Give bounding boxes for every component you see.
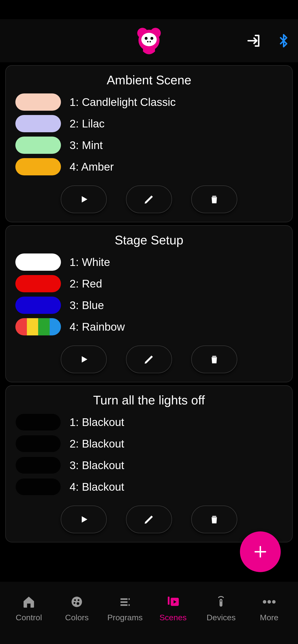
delete-button[interactable]: [191, 506, 237, 533]
nav-item-devices[interactable]: Devices: [199, 594, 243, 622]
svg-point-22: [263, 600, 266, 604]
color-swatch: [15, 275, 61, 292]
palette-icon: [70, 594, 84, 610]
svg-point-4: [145, 37, 147, 40]
trash-icon: [209, 513, 220, 526]
scene-row[interactable]: 1: Blackout: [15, 414, 283, 431]
scene-row-label: 3: Blue: [70, 299, 104, 312]
play-button[interactable]: [61, 186, 107, 213]
svg-point-5: [151, 37, 153, 40]
scene-row-label: 4: Blackout: [70, 480, 124, 493]
svg-rect-18: [168, 596, 169, 605]
scene-row[interactable]: 1: Candlelight Classic: [15, 94, 283, 111]
bluetooth-icon[interactable]: [276, 32, 291, 49]
play-icon: [79, 514, 89, 525]
scene-row-label: 2: Red: [70, 277, 102, 290]
svg-rect-17: [128, 604, 129, 606]
nav-item-colors[interactable]: Colors: [55, 594, 98, 622]
svg-point-21: [221, 600, 222, 601]
scene-row[interactable]: 3: Blue: [15, 296, 283, 314]
trash-icon: [209, 353, 220, 366]
svg-point-8: [72, 596, 82, 607]
svg-point-3: [141, 33, 157, 46]
scene-title: Stage Setup: [15, 233, 283, 247]
color-swatch: [15, 254, 61, 271]
import-icon[interactable]: [246, 33, 262, 49]
scene-row-label: 2: Blackout: [70, 437, 124, 450]
add-scene-fab[interactable]: [240, 532, 281, 572]
svg-point-23: [267, 600, 271, 604]
scene-row-label: 3: Mint: [70, 139, 103, 152]
scene-row-label: 4: Rainbow: [70, 320, 125, 333]
svg-point-10: [78, 599, 80, 601]
scenes-icon: [166, 594, 181, 610]
pencil-icon: [143, 354, 155, 365]
svg-point-12: [77, 602, 80, 605]
scene-row[interactable]: 3: Blackout: [15, 457, 283, 474]
delete-button[interactable]: [191, 346, 237, 373]
color-swatch: [15, 158, 61, 176]
color-swatch: [15, 478, 61, 496]
scene-row-label: 2: Lilac: [70, 117, 105, 130]
svg-rect-16: [128, 598, 129, 600]
color-swatch: [15, 94, 61, 111]
nav-label: Colors: [65, 613, 89, 622]
play-icon: [79, 354, 89, 365]
scene-row-label: 1: Blackout: [70, 416, 124, 428]
nav-item-control[interactable]: Control: [7, 594, 50, 622]
scene-title: Turn all the lights off: [15, 393, 283, 407]
color-swatch: [15, 414, 61, 431]
nav-item-more[interactable]: More: [248, 594, 291, 622]
color-swatch: [15, 435, 61, 452]
svg-point-9: [74, 599, 76, 601]
status-bar: [0, 0, 298, 19]
nav-item-scenes[interactable]: Scenes: [152, 594, 195, 622]
color-swatch: [15, 136, 61, 154]
scene-row-label: 1: White: [70, 256, 110, 268]
scene-card: Turn all the lights off1: Blackout2: Bla…: [5, 385, 293, 542]
trash-icon: [209, 193, 220, 206]
svg-rect-15: [120, 604, 127, 606]
svg-rect-13: [120, 598, 127, 600]
bottom-nav: ControlColorsProgramsScenesDevicesMore: [0, 582, 298, 644]
play-button[interactable]: [61, 506, 107, 533]
scene-card: Ambient Scene1: Candlelight Classic2: Li…: [5, 65, 293, 222]
scene-row[interactable]: 4: Amber: [15, 158, 283, 176]
scene-row[interactable]: 2: Blackout: [15, 435, 283, 452]
remote-icon: [215, 594, 227, 610]
play-icon: [79, 194, 89, 204]
nav-item-programs[interactable]: Programs: [103, 594, 146, 622]
scene-card: Stage Setup1: White2: Red3: Blue4: Rainb…: [5, 225, 293, 382]
pencil-icon: [143, 194, 155, 205]
delete-button[interactable]: [191, 186, 237, 213]
color-swatch: [15, 457, 61, 474]
app-logo: [135, 26, 163, 55]
pencil-icon: [143, 514, 155, 525]
play-button[interactable]: [61, 346, 107, 373]
dots-icon: [262, 594, 276, 610]
edit-button[interactable]: [126, 346, 172, 373]
home-icon: [22, 594, 36, 610]
svg-rect-20: [220, 599, 222, 606]
edit-button[interactable]: [126, 506, 172, 533]
scene-row[interactable]: 2: Lilac: [15, 115, 283, 132]
scene-row[interactable]: 2: Red: [15, 275, 283, 292]
edit-button[interactable]: [126, 186, 172, 213]
svg-point-11: [74, 602, 76, 604]
color-swatch: [15, 318, 61, 336]
scene-row[interactable]: 1: White: [15, 254, 283, 271]
scene-actions: [15, 346, 283, 373]
scene-row[interactable]: 4: Rainbow: [15, 318, 283, 336]
nav-label: More: [260, 613, 278, 622]
scene-row[interactable]: 3: Mint: [15, 136, 283, 154]
color-swatch: [15, 115, 61, 132]
list-icon: [118, 594, 132, 610]
scene-row[interactable]: 4: Blackout: [15, 478, 283, 496]
svg-rect-14: [120, 601, 127, 602]
svg-point-7: [150, 41, 151, 42]
scene-actions: [15, 186, 283, 213]
top-bar: [0, 19, 298, 62]
nav-label: Control: [16, 613, 42, 622]
scene-row-label: 3: Blackout: [70, 459, 124, 472]
color-swatch: [15, 296, 61, 314]
